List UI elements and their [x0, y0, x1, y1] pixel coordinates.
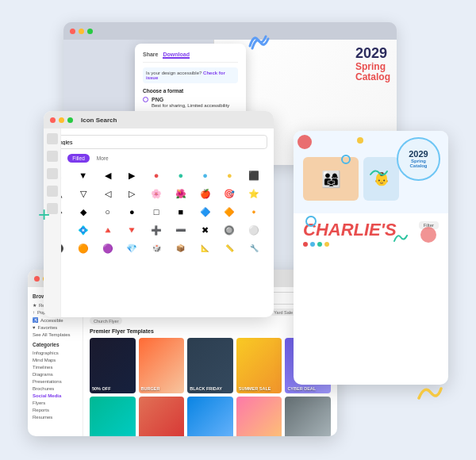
template-10[interactable]: CHURCH EVENT — [285, 397, 331, 436]
template-label-4: SUMMER SALE — [239, 386, 280, 391]
catalog-season2: Catalog — [409, 163, 427, 168]
template-label-3: BLACK FRIDAY — [190, 386, 231, 391]
close-dot-mid[interactable] — [50, 117, 56, 123]
icon-red-tri-down[interactable]: 🔻 — [123, 222, 140, 238]
tab-more[interactable]: More — [92, 154, 113, 163]
deco-squiggle-catalog — [369, 167, 389, 182]
close-dot[interactable] — [70, 29, 75, 34]
filter-church[interactable]: Church Flyer — [90, 317, 122, 324]
icon-ruler[interactable]: 📏 — [221, 240, 238, 256]
icon-small-orange[interactable]: 🔸 — [245, 204, 263, 220]
icon-square-fill[interactable]: ■ — [172, 204, 190, 220]
png-text: PNG Best for sharing, Limited accessibil… — [152, 96, 229, 109]
template-label-2: BURGER — [141, 386, 182, 391]
template-2[interactable]: BURGER — [139, 338, 185, 393]
icon-ruler-sq[interactable]: 📐 — [197, 240, 214, 256]
icon-filter-tabs: All Filled More — [50, 154, 267, 163]
icon-black-square[interactable]: ⬛ — [245, 167, 263, 183]
spring-catalog-card: 2029 Spring Catalog 👨‍👩‍👧 👶 Filter CHARL… — [294, 131, 448, 385]
cat-diagrams[interactable]: Diagrams — [33, 372, 78, 377]
icon-yellow-circle[interactable]: ● — [221, 167, 238, 183]
template-6[interactable]: GRAND OPEN — [90, 397, 136, 436]
icon-target[interactable]: 🎯 — [221, 186, 238, 201]
icon-outline-tri-left[interactable]: ◁ — [99, 186, 117, 201]
design-catalog: Catalog — [355, 72, 390, 82]
minimize-dot[interactable] — [79, 29, 84, 34]
cat-resumes[interactable]: Resumes — [33, 415, 78, 420]
maximize-dot[interactable] — [87, 29, 93, 34]
icon-times[interactable]: ✖ — [197, 222, 214, 238]
icon-outline-tri-down[interactable]: ▽ — [75, 186, 92, 201]
icon-flower[interactable]: 🌸 — [148, 186, 165, 201]
sidebar-icon-1[interactable] — [47, 133, 58, 144]
format-label: Choose a format — [143, 88, 238, 94]
template-8[interactable]: NEW SMARTPHONE — [187, 397, 233, 436]
icon-triangle-right[interactable]: ▶ — [123, 167, 140, 183]
icon-green-circle[interactable]: ● — [172, 167, 190, 183]
icon-purple-circle[interactable]: 🟣 — [99, 240, 117, 256]
cat-infographics[interactable]: Infographics — [33, 351, 78, 355]
template-4[interactable]: SUMMER SALE — [236, 338, 282, 393]
icon-square-outline[interactable]: □ — [148, 204, 165, 220]
cat-brochures[interactable]: Brochures — [33, 386, 78, 391]
decorative-squiggle-bottom — [415, 381, 443, 403]
decorative-plus: + — [38, 202, 50, 227]
icon-red-circle[interactable]: ● — [148, 167, 165, 183]
template-3[interactable]: BLACK FRIDAY — [187, 338, 233, 393]
deco-body-ring — [305, 216, 317, 227]
template-1[interactable]: 50% OFF — [90, 338, 136, 393]
icon-plus[interactable]: ➕ — [148, 222, 165, 238]
icon-gem[interactable]: 💎 — [123, 240, 140, 256]
icon-blue-circle[interactable]: ● — [197, 167, 214, 183]
sidebar-all-templates[interactable]: See All Templates — [33, 332, 78, 337]
tab-filled[interactable]: Filled — [67, 154, 90, 163]
template-7[interactable]: HALLOWEEN — [139, 397, 185, 436]
icon-orange-circle[interactable]: 🟠 — [75, 240, 92, 256]
icon-cube[interactable]: 🎲 — [148, 240, 165, 256]
icon-white-circle[interactable]: ⚪ — [245, 222, 263, 238]
accessibility-notice: Is your design accessible? Check for iss… — [143, 67, 238, 83]
icon-diamond-fill[interactable]: ◆ — [75, 204, 92, 220]
cat-socialmedia[interactable]: Social Media — [33, 393, 78, 398]
sidebar-favorites[interactable]: ♥ Favorites — [33, 325, 78, 330]
icon-outline-tri-right[interactable]: ▷ — [123, 186, 140, 201]
icon-triangle-down[interactable]: ▼ — [75, 167, 92, 183]
cat-mindmaps[interactable]: Mind Maps — [33, 358, 78, 362]
template-label-1: 50% OFF — [92, 386, 133, 391]
icon-circle-fill[interactable]: ● — [123, 204, 140, 220]
icon-3d-shapes[interactable]: 📦 — [172, 240, 190, 256]
minimize-dot-mid[interactable] — [59, 117, 64, 123]
icon-circle-outline[interactable]: ○ — [99, 204, 117, 220]
icon-apple[interactable]: 🍎 — [197, 186, 214, 201]
icon-grid: ▲ ▼ ◀ ▶ ● ● ● ● ⬛ △ ▽ ◁ ▷ 🌸 🌺 🍎 🎯 ⭐ — [50, 167, 267, 256]
heart-icon: ♥ — [33, 325, 36, 330]
dot-teal — [317, 242, 322, 247]
cat-presentations[interactable]: Presentations — [33, 379, 78, 384]
icon-wrench[interactable]: 🔧 — [245, 240, 263, 256]
icon-star[interactable]: ⭐ — [245, 186, 263, 201]
format-png[interactable]: PNG Best for sharing, Limited accessibil… — [143, 96, 238, 109]
icon-radio[interactable]: 🔘 — [221, 222, 238, 238]
cat-timelines[interactable]: Timelines — [33, 365, 78, 370]
icon-minus[interactable]: ➖ — [172, 222, 190, 238]
icon-orange-diamond[interactable]: 🔶 — [221, 204, 238, 220]
sidebar-icon-2[interactable] — [47, 151, 58, 162]
cat-flyers[interactable]: Flyers — [33, 401, 78, 405]
cat-reports[interactable]: Reports — [33, 408, 78, 412]
sidebar-icon-3[interactable] — [47, 168, 58, 179]
png-radio[interactable] — [143, 97, 148, 102]
icon-search-input[interactable] — [50, 135, 267, 149]
maximize-dot-mid[interactable] — [67, 117, 73, 123]
sidebar-icon-4[interactable] — [47, 186, 58, 197]
icon-blue-diamond[interactable]: 🔷 — [197, 204, 214, 220]
tab-download[interactable]: Download — [163, 52, 189, 59]
categories-label: Categories — [33, 342, 78, 347]
icon-diamond-blue2[interactable]: 💠 — [75, 222, 92, 238]
tab-share[interactable]: Share — [143, 52, 158, 59]
template-9[interactable]: YARD SALE — [236, 397, 282, 436]
sidebar-accessible[interactable]: ♿ Accessible — [33, 317, 78, 323]
icon-flower2[interactable]: 🌺 — [172, 186, 190, 201]
close-dot-bottom[interactable] — [34, 276, 40, 282]
icon-red-tri-up[interactable]: 🔺 — [99, 222, 117, 238]
icon-triangle-left[interactable]: ◀ — [99, 167, 117, 183]
